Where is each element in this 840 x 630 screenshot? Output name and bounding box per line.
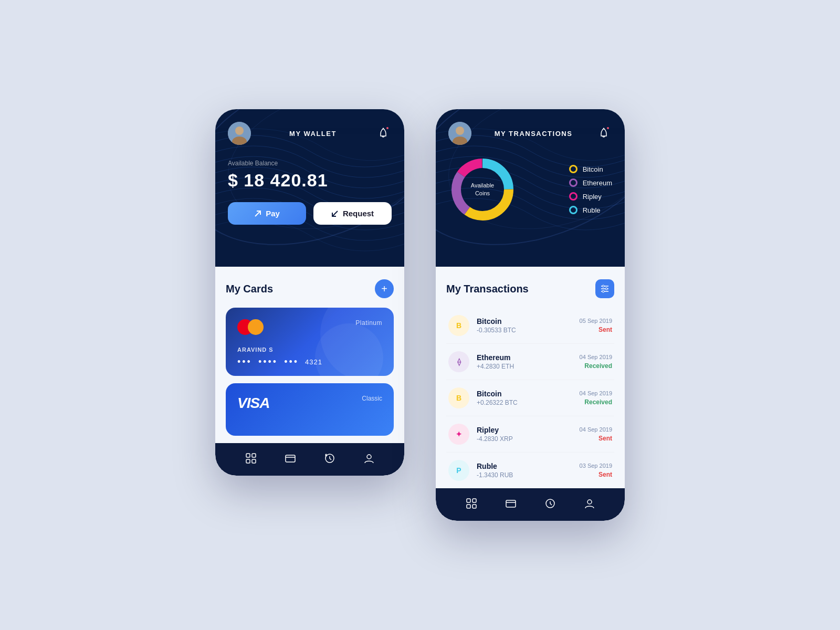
tx-section-header: My Transactions — [446, 279, 614, 298]
svg-line-4 — [255, 211, 260, 216]
wallet-title: MY WALLET — [289, 130, 337, 138]
tx-name: Bitcoin — [477, 317, 580, 326]
ripley-icon: ✦ — [448, 424, 469, 445]
tx-header-section: MY TRANSACTIONS — [436, 109, 625, 267]
tx-amount: +0.26322 BTC — [477, 399, 580, 406]
card-dots-2: •••• — [258, 357, 278, 366]
ethereum-label: Ethereum — [583, 179, 612, 187]
card-dots-3: ••• — [284, 357, 299, 366]
tx-date: 04 Sep 2019 — [580, 354, 612, 360]
wallet-header-section: MY WALLET Available Balance $ 18 420.81 — [215, 109, 404, 267]
mc-yellow-circle — [248, 319, 264, 335]
tx-date: 04 Sep 2019 — [580, 426, 612, 433]
svg-rect-10 — [286, 455, 295, 462]
tx-nav-card-icon[interactable] — [504, 497, 518, 510]
ripley-dot — [569, 192, 578, 201]
tx-amount: -0.30533 BTC — [477, 327, 580, 334]
pay-button[interactable]: Pay — [228, 202, 306, 225]
nav-profile-icon[interactable] — [362, 452, 376, 465]
tx-date: 04 Sep 2019 — [580, 390, 612, 396]
bitcoin-dot — [569, 165, 578, 173]
tx-avatar — [448, 122, 471, 145]
coins-chart-section: Available Coins Bitcoin Ethereum — [448, 145, 612, 229]
balance-label: Available Balance — [228, 160, 392, 167]
transaction-row[interactable]: ⟠ Ethereum +4.2830 ETH 04 Sep 2019 Recei… — [446, 344, 614, 380]
tx-notification-dot — [606, 126, 610, 130]
ruble-dot — [569, 206, 578, 214]
tx-status: Sent — [580, 471, 612, 478]
wallet-cards-section: My Cards + Platinum ARAVIND S ••• •••• •… — [215, 267, 404, 443]
nav-grid-icon[interactable] — [244, 452, 258, 465]
mastercard-card: Platinum ARAVIND S ••• •••• ••• 4321 — [226, 308, 394, 376]
tx-meta: 04 Sep 2019 Received — [580, 354, 612, 370]
donut-center-label: Available Coins — [471, 182, 494, 198]
add-card-button[interactable]: + — [375, 279, 394, 298]
request-button[interactable]: Request — [313, 202, 392, 225]
wallet-top-bar: MY WALLET — [228, 122, 392, 145]
svg-point-29 — [602, 290, 604, 292]
svg-point-1 — [235, 127, 244, 135]
tx-name: Ruble — [477, 462, 580, 470]
tx-section-title: My Transactions — [446, 283, 529, 295]
card-dots: ••• — [237, 357, 252, 366]
tx-top-bar: MY TRANSACTIONS — [448, 122, 612, 145]
svg-rect-8 — [246, 459, 250, 463]
notification-dot — [385, 126, 390, 130]
svg-line-5 — [332, 211, 338, 216]
tx-name: Ethereum — [477, 353, 580, 362]
svg-point-16 — [456, 127, 464, 135]
tx-notification-bell[interactable] — [595, 125, 612, 142]
ruble-label: Ruble — [583, 206, 601, 214]
transaction-row[interactable]: P Ruble -1.3430 RUB 03 Sep 2019 Sent — [446, 453, 614, 488]
visa-logo: VISA — [237, 395, 269, 412]
svg-rect-9 — [252, 459, 256, 463]
svg-rect-33 — [472, 505, 476, 508]
card-holder-name: ARAVIND S — [237, 346, 382, 353]
my-cards-title: My Cards — [226, 283, 273, 295]
legend-bitcoin: Bitcoin — [569, 165, 612, 173]
nav-history-icon[interactable] — [323, 452, 337, 465]
transactions-phone: MY TRANSACTIONS — [436, 109, 625, 521]
nav-card-icon[interactable] — [284, 452, 297, 465]
ethereum-icon: ⟠ — [448, 351, 469, 372]
visa-card: VISA Classic — [226, 383, 394, 436]
legend-ripley: Ripley — [569, 192, 612, 201]
bitcoin-label: Bitcoin — [583, 165, 603, 173]
transaction-row[interactable]: B Bitcoin +0.26322 BTC 04 Sep 2019 Recei… — [446, 380, 614, 416]
legend-ruble: Ruble — [569, 206, 612, 214]
transaction-row[interactable]: B Bitcoin -0.30533 BTC 05 Sep 2019 Sent — [446, 308, 614, 344]
tx-nav-history-icon[interactable] — [543, 497, 557, 510]
mastercard-logo — [237, 319, 264, 335]
tx-info: Ruble -1.3430 RUB — [477, 462, 580, 479]
balance-section: Available Balance $ 18 420.81 Pay — [228, 160, 392, 225]
tx-amount: -4.2830 XRP — [477, 435, 580, 443]
svg-rect-34 — [506, 500, 516, 507]
card-type-platinum: Platinum — [355, 319, 382, 327]
bitcoin-icon-2: B — [448, 387, 469, 408]
filter-button[interactable] — [595, 279, 614, 298]
legend-ethereum: Ethereum — [569, 178, 612, 187]
tx-status: Sent — [580, 326, 612, 333]
ethereum-dot — [569, 178, 578, 187]
tx-nav-bar — [436, 488, 625, 521]
notification-bell[interactable] — [375, 125, 392, 142]
svg-rect-6 — [246, 454, 250, 457]
svg-point-27 — [602, 285, 604, 287]
tx-nav-grid-icon[interactable] — [465, 497, 478, 510]
donut-chart: Available Coins — [448, 155, 517, 224]
tx-meta: 03 Sep 2019 Sent — [580, 463, 612, 478]
wallet-phone: MY WALLET Available Balance $ 18 420.81 — [215, 109, 404, 476]
tx-title: MY TRANSACTIONS — [495, 130, 573, 138]
svg-rect-31 — [472, 499, 476, 502]
tx-status: Received — [580, 398, 612, 406]
tx-meta: 04 Sep 2019 Sent — [580, 426, 612, 442]
tx-nav-profile-icon[interactable] — [583, 497, 596, 510]
tx-meta: 04 Sep 2019 Received — [580, 390, 612, 406]
wallet-nav-bar — [215, 443, 404, 476]
card-top-row: Platinum — [237, 319, 382, 335]
transaction-row[interactable]: ✦ Ripley -4.2830 XRP 04 Sep 2019 Sent — [446, 416, 614, 453]
svg-rect-30 — [467, 499, 470, 502]
tx-amount: +4.2830 ETH — [477, 363, 580, 370]
tx-info: Bitcoin +0.26322 BTC — [477, 390, 580, 406]
balance-amount: $ 18 420.81 — [228, 170, 392, 191]
